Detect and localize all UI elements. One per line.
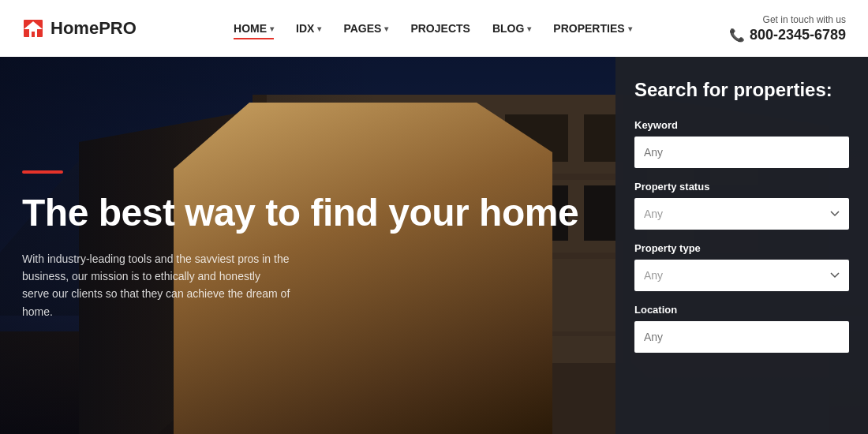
contact-info: Get in touch with us 📞 800-2345-6789 <box>729 14 846 43</box>
form-group-location: Location <box>634 304 849 353</box>
logo[interactable]: HomePRO <box>22 18 137 39</box>
label-keyword: Keyword <box>634 119 849 131</box>
hero-accent-line <box>22 170 63 174</box>
chevron-down-icon: ▾ <box>317 24 321 33</box>
contact-get-in-touch-text: Get in touch with us <box>763 14 846 25</box>
property-type-select[interactable]: Any House Apartment Condo <box>634 260 849 291</box>
label-property-type: Property type <box>634 242 849 254</box>
nav-item-blog[interactable]: BLOG ▾ <box>492 22 531 35</box>
chevron-down-icon: ▾ <box>270 24 274 33</box>
nav-links: HOME ▾ IDX ▾ PAGES ▾ PROJECTS BLOG ▾ <box>234 22 632 35</box>
nav-label-projects: PROJECTS <box>410 22 470 35</box>
chevron-down-icon: ▾ <box>527 24 531 33</box>
phone-icon: 📞 <box>729 28 745 43</box>
chevron-down-icon: ▾ <box>628 24 632 33</box>
nav-item-idx[interactable]: IDX ▾ <box>296 22 321 35</box>
chevron-down-icon: ▾ <box>384 24 388 33</box>
nav-label-idx: IDX <box>296 22 314 35</box>
phone-number: 800-2345-6789 <box>750 27 846 43</box>
keyword-input[interactable] <box>634 137 849 168</box>
nav-label-home: HOME <box>234 22 267 35</box>
form-group-keyword: Keyword <box>634 119 849 168</box>
nav-label-pages: PAGES <box>343 22 381 35</box>
hero-title: The best way to find your home <box>22 193 593 234</box>
hero-description: With industry-leading tools and the savv… <box>22 250 290 321</box>
property-status-select[interactable]: Any For Sale For Rent <box>634 198 849 230</box>
nav-label-blog: BLOG <box>492 22 524 35</box>
label-property-status: Property status <box>634 181 849 193</box>
home-logo-icon <box>22 18 44 39</box>
search-panel: Search for properties: Keyword Property … <box>615 57 868 434</box>
hero-content: The best way to find your home With indu… <box>0 57 615 434</box>
form-group-property-type: Property type Any House Apartment Condo <box>634 242 849 291</box>
svg-rect-37 <box>32 32 35 37</box>
contact-phone[interactable]: 📞 800-2345-6789 <box>729 27 846 43</box>
form-group-property-status: Property status Any For Sale For Rent <box>634 181 849 230</box>
nav-item-pages[interactable]: PAGES ▾ <box>343 22 388 35</box>
label-location: Location <box>634 304 849 316</box>
logo-text: HomePRO <box>51 18 137 39</box>
nav-item-home[interactable]: HOME ▾ <box>234 22 274 35</box>
nav-item-projects[interactable]: PROJECTS <box>410 22 470 35</box>
nav-item-properties[interactable]: PROPERTIES ▾ <box>553 22 631 35</box>
search-panel-title: Search for properties: <box>634 79 849 102</box>
location-input[interactable] <box>634 321 849 353</box>
navbar: HomePRO HOME ▾ IDX ▾ PAGES ▾ PROJECTS <box>0 0 868 57</box>
nav-label-properties: PROPERTIES <box>553 22 624 35</box>
